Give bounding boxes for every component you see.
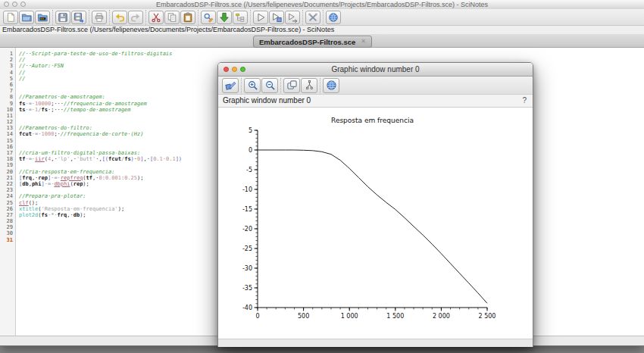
- minimize-window-button[interactable]: [12, 2, 17, 7]
- line-number: 1: [0, 51, 16, 57]
- code-text: [16, 162, 19, 168]
- frequency-response-plot: 05001 0001 5002 0002 50050-5-10-15-20-25…: [218, 108, 533, 339]
- document-path-row: EmbarcadosDSP-Filtros.sce (/Users/felipe…: [0, 26, 644, 34]
- line-number: 21: [0, 175, 16, 181]
- line-number: 5: [0, 76, 16, 82]
- line-number: 27: [0, 212, 16, 218]
- svg-text:-25: -25: [242, 245, 252, 252]
- zoom-window-button[interactable]: [240, 67, 245, 72]
- line-number: 15: [0, 138, 16, 144]
- document-path-label: EmbarcadosDSP-Filtros.sce (/Users/felipe…: [0, 26, 644, 34]
- line-number: 3: [0, 63, 16, 69]
- line-number: 24: [0, 193, 16, 199]
- svg-text:-30: -30: [242, 265, 252, 272]
- close-window-button[interactable]: [4, 2, 9, 7]
- toolbar-group: [52, 10, 89, 25]
- ged-edit-icon[interactable]: [222, 78, 239, 93]
- svg-text:-5: -5: [246, 167, 252, 173]
- redo-icon[interactable]: [128, 11, 143, 24]
- svg-text:1 500: 1 500: [386, 313, 404, 320]
- svg-text:0: 0: [255, 313, 259, 320]
- tab-bar: EmbarcadosDSP-Filtros.sce ✕: [0, 34, 644, 48]
- toolbar-group: [323, 10, 343, 25]
- code-text: [db,phi]·=·dbphi(rep);: [16, 181, 89, 187]
- tab-label: EmbarcadosDSP-Filtros.sce: [259, 38, 355, 46]
- line-number: 25: [0, 200, 16, 206]
- code-text: [16, 187, 19, 193]
- graphic-window-controls: [224, 67, 245, 72]
- datatip-icon[interactable]: [301, 78, 317, 93]
- code-text: clf();: [16, 200, 38, 206]
- zoom-in-icon[interactable]: [244, 78, 261, 93]
- zoom-out-icon[interactable]: [261, 78, 278, 93]
- line-number: 22: [0, 181, 16, 187]
- code-text: [frq,·rep]·=·repfreq(tf,·0:0.001:0.25);: [16, 175, 143, 181]
- toolbar-group: [250, 10, 302, 25]
- code-navigator-icon[interactable]: [233, 11, 248, 24]
- svg-text:-15: -15: [242, 206, 252, 213]
- help-icon[interactable]: [326, 11, 341, 24]
- cut-icon[interactable]: [148, 11, 164, 24]
- code-text: //··Script·para·teste·de·uso·de·filtros·…: [16, 51, 172, 57]
- print-icon[interactable]: [92, 11, 107, 24]
- code-text: tf·=·iir(4,·'lp',·'butt'·,[(fcut/fs)·0],…: [16, 156, 182, 162]
- code-text: [16, 230, 19, 236]
- undo-icon[interactable]: [112, 11, 127, 24]
- code-text: [16, 144, 19, 150]
- preferences-icon[interactable]: [305, 11, 320, 24]
- save-as-icon[interactable]: [71, 11, 86, 24]
- tab-close-icon[interactable]: ✕: [361, 39, 366, 45]
- code-text: //Prepara·pra·plotar:: [16, 193, 86, 199]
- toolbar-group: [302, 10, 323, 25]
- line-number: 13: [0, 125, 16, 131]
- toolbar-group: [241, 78, 280, 93]
- tab-embarcadosdsp-filtros[interactable]: EmbarcadosDSP-Filtros.sce ✕: [253, 36, 372, 48]
- line-number: 12: [0, 119, 16, 125]
- svg-text:2 500: 2 500: [479, 313, 496, 320]
- load-into-scilab-icon[interactable]: [217, 11, 232, 24]
- line-number: 2: [0, 57, 16, 63]
- zoom-window-button[interactable]: [20, 2, 26, 7]
- toolbar-group: [89, 10, 109, 25]
- minimize-window-button[interactable]: [232, 67, 237, 72]
- info-help-icon[interactable]: ?: [522, 95, 527, 107]
- line-number: 9: [0, 101, 16, 107]
- open-source-icon[interactable]: [35, 11, 50, 24]
- code-line[interactable]: 1//··Script·para·teste·de·uso·de·filtros…: [0, 51, 644, 57]
- svg-text:500: 500: [298, 313, 309, 320]
- plot-canvas: 05001 0001 5002 0002 50050-5-10-15-20-25…: [218, 108, 533, 339]
- toolbar-group: [1, 10, 52, 25]
- line-number: 30: [0, 230, 16, 236]
- code-text: xtitle('Resposta·em·frequencia');: [16, 206, 124, 212]
- save-icon[interactable]: [55, 11, 70, 24]
- graphic-info-bar: Graphic window number 0 ?: [218, 95, 533, 108]
- new-file-icon[interactable]: [3, 11, 18, 24]
- graphic-info-label: Graphic window number 0: [218, 95, 533, 107]
- line-number: 4: [0, 70, 16, 76]
- close-window-button[interactable]: [224, 67, 229, 72]
- search-replace-icon[interactable]: [201, 11, 216, 24]
- code-text: //: [16, 57, 25, 63]
- line-number: 18: [0, 156, 16, 162]
- paste-icon[interactable]: [180, 11, 195, 24]
- svg-text:-40: -40: [242, 305, 252, 311]
- copy-figure-icon[interactable]: [283, 78, 300, 93]
- line-number: 10: [0, 107, 16, 113]
- graphic-window-title: Graphic window number 0: [218, 63, 533, 76]
- copy-icon[interactable]: [164, 11, 180, 24]
- code-text: //: [16, 76, 25, 82]
- toolbar-group: [320, 78, 342, 93]
- help-icon[interactable]: [323, 78, 339, 93]
- code-text: [16, 237, 19, 243]
- line-number: 29: [0, 224, 16, 230]
- graphic-toolbar: [218, 77, 533, 95]
- graphic-window-titlebar[interactable]: Graphic window number 0: [218, 63, 533, 77]
- line-number: 20: [0, 169, 16, 175]
- code-text: [16, 82, 19, 88]
- execute-echo-icon[interactable]: [269, 11, 284, 24]
- open-file-icon[interactable]: [19, 11, 34, 24]
- execute-icon[interactable]: [253, 11, 268, 24]
- execute-until-icon[interactable]: [285, 11, 300, 24]
- line-number: 17: [0, 150, 16, 156]
- svg-text:1 000: 1 000: [341, 313, 358, 320]
